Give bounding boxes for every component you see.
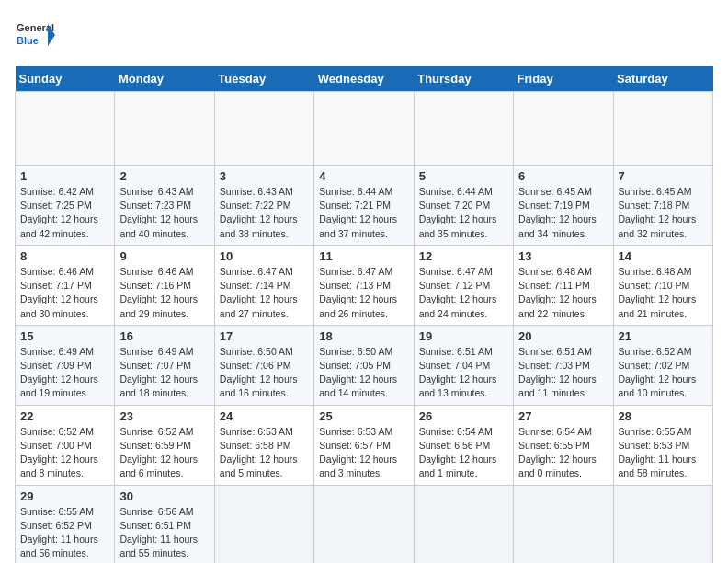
calendar-cell: 13 Sunrise: 6:48 AMSunset: 7:11 PMDaylig…: [514, 245, 613, 325]
day-number: 1: [20, 169, 109, 183]
day-number: 26: [419, 409, 508, 423]
day-number: 29: [20, 489, 109, 503]
calendar-week-row: 1 Sunrise: 6:42 AMSunset: 7:25 PMDayligh…: [16, 166, 713, 246]
day-info: Sunrise: 6:50 AMSunset: 7:05 PMDaylight:…: [319, 346, 397, 399]
calendar-cell: [115, 92, 214, 166]
day-info: Sunrise: 6:51 AMSunset: 7:04 PMDaylight:…: [419, 346, 497, 399]
day-info: Sunrise: 6:48 AMSunset: 7:10 PMDaylight:…: [619, 266, 697, 319]
day-number: 20: [518, 329, 608, 343]
calendar-cell: 28 Sunrise: 6:55 AMSunset: 6:53 PMDaylig…: [613, 405, 712, 485]
logo-icon: General Blue: [15, 15, 55, 55]
calendar-cell: 27 Sunrise: 6:54 AMSunset: 6:55 PMDaylig…: [514, 405, 613, 485]
svg-text:Blue: Blue: [17, 35, 39, 46]
day-number: 6: [518, 169, 608, 183]
day-number: 14: [619, 249, 708, 263]
day-info: Sunrise: 6:47 AMSunset: 7:13 PMDaylight:…: [319, 266, 397, 319]
calendar-cell: 5 Sunrise: 6:44 AMSunset: 7:20 PMDayligh…: [414, 166, 513, 246]
calendar-cell: 10 Sunrise: 6:47 AMSunset: 7:14 PMDaylig…: [214, 245, 313, 325]
calendar-header-row: SundayMondayTuesdayWednesdayThursdayFrid…: [16, 66, 713, 92]
day-number: 25: [319, 409, 408, 423]
calendar-cell: [314, 92, 414, 166]
calendar-cell: 9 Sunrise: 6:46 AMSunset: 7:16 PMDayligh…: [115, 245, 214, 325]
day-number: 23: [119, 409, 209, 423]
day-info: Sunrise: 6:47 AMSunset: 7:12 PMDaylight:…: [419, 266, 497, 319]
calendar-cell: [613, 92, 712, 166]
calendar-cell: [214, 92, 313, 166]
day-number: 11: [319, 249, 408, 263]
calendar-cell: [514, 92, 613, 166]
day-info: Sunrise: 6:47 AMSunset: 7:14 PMDaylight:…: [220, 266, 298, 319]
calendar-cell: 8 Sunrise: 6:46 AMSunset: 7:17 PMDayligh…: [16, 245, 115, 325]
day-info: Sunrise: 6:53 AMSunset: 6:58 PMDaylight:…: [220, 426, 298, 479]
calendar-cell: [414, 92, 513, 166]
day-number: 2: [119, 169, 209, 183]
day-info: Sunrise: 6:44 AMSunset: 7:21 PMDaylight:…: [319, 186, 397, 239]
day-number: 30: [119, 489, 209, 503]
column-header-thursday: Thursday: [414, 66, 513, 92]
calendar-week-row: 15 Sunrise: 6:49 AMSunset: 7:09 PMDaylig…: [16, 325, 713, 405]
calendar-cell: 16 Sunrise: 6:49 AMSunset: 7:07 PMDaylig…: [115, 325, 214, 405]
day-number: 13: [518, 249, 608, 263]
day-info: Sunrise: 6:52 AMSunset: 7:00 PMDaylight:…: [20, 426, 98, 479]
calendar-cell: 23 Sunrise: 6:52 AMSunset: 6:59 PMDaylig…: [115, 405, 214, 485]
calendar-table: SundayMondayTuesdayWednesdayThursdayFrid…: [15, 66, 713, 563]
day-info: Sunrise: 6:43 AMSunset: 7:22 PMDaylight:…: [220, 186, 298, 239]
calendar-cell: 7 Sunrise: 6:45 AMSunset: 7:18 PMDayligh…: [613, 166, 712, 246]
calendar-cell: 22 Sunrise: 6:52 AMSunset: 7:00 PMDaylig…: [16, 405, 115, 485]
column-header-friday: Friday: [514, 66, 613, 92]
calendar-cell: 30 Sunrise: 6:56 AMSunset: 6:51 PMDaylig…: [115, 485, 214, 563]
day-number: 22: [20, 409, 109, 423]
day-number: 7: [619, 169, 708, 183]
day-number: 9: [119, 249, 209, 263]
day-info: Sunrise: 6:46 AMSunset: 7:17 PMDaylight:…: [20, 266, 98, 319]
calendar-cell: 11 Sunrise: 6:47 AMSunset: 7:13 PMDaylig…: [314, 245, 414, 325]
calendar-cell: 3 Sunrise: 6:43 AMSunset: 7:22 PMDayligh…: [214, 166, 313, 246]
calendar-week-row: 29 Sunrise: 6:55 AMSunset: 6:52 PMDaylig…: [16, 485, 713, 563]
day-info: Sunrise: 6:45 AMSunset: 7:19 PMDaylight:…: [518, 186, 597, 239]
day-info: Sunrise: 6:43 AMSunset: 7:23 PMDaylight:…: [119, 186, 198, 239]
day-info: Sunrise: 6:51 AMSunset: 7:03 PMDaylight:…: [518, 346, 597, 399]
day-number: 27: [518, 409, 608, 423]
calendar-cell: [214, 485, 313, 563]
column-header-monday: Monday: [115, 66, 214, 92]
calendar-cell: 21 Sunrise: 6:52 AMSunset: 7:02 PMDaylig…: [613, 325, 712, 405]
day-number: 4: [319, 169, 408, 183]
calendar-cell: 24 Sunrise: 6:53 AMSunset: 6:58 PMDaylig…: [214, 405, 313, 485]
day-number: 15: [20, 329, 109, 343]
calendar-cell: 19 Sunrise: 6:51 AMSunset: 7:04 PMDaylig…: [414, 325, 513, 405]
day-number: 12: [419, 249, 508, 263]
calendar-week-row: [16, 92, 713, 166]
day-info: Sunrise: 6:48 AMSunset: 7:11 PMDaylight:…: [518, 266, 597, 319]
calendar-cell: 6 Sunrise: 6:45 AMSunset: 7:19 PMDayligh…: [514, 166, 613, 246]
day-info: Sunrise: 6:50 AMSunset: 7:06 PMDaylight:…: [220, 346, 298, 399]
day-info: Sunrise: 6:54 AMSunset: 6:56 PMDaylight:…: [419, 426, 497, 479]
calendar-cell: 29 Sunrise: 6:55 AMSunset: 6:52 PMDaylig…: [16, 485, 115, 563]
calendar-cell: [314, 485, 414, 563]
day-info: Sunrise: 6:52 AMSunset: 7:02 PMDaylight:…: [619, 346, 697, 399]
day-info: Sunrise: 6:44 AMSunset: 7:20 PMDaylight:…: [419, 186, 497, 239]
day-info: Sunrise: 6:55 AMSunset: 6:53 PMDaylight:…: [619, 426, 697, 479]
day-info: Sunrise: 6:54 AMSunset: 6:55 PMDaylight:…: [518, 426, 597, 479]
day-info: Sunrise: 6:52 AMSunset: 6:59 PMDaylight:…: [119, 426, 198, 479]
calendar-cell: [16, 92, 115, 166]
day-number: 24: [220, 409, 309, 423]
calendar-cell: 20 Sunrise: 6:51 AMSunset: 7:03 PMDaylig…: [514, 325, 613, 405]
column-header-sunday: Sunday: [16, 66, 115, 92]
day-info: Sunrise: 6:42 AMSunset: 7:25 PMDaylight:…: [20, 186, 98, 239]
calendar-cell: 1 Sunrise: 6:42 AMSunset: 7:25 PMDayligh…: [16, 166, 115, 246]
column-header-wednesday: Wednesday: [314, 66, 414, 92]
day-number: 28: [619, 409, 708, 423]
calendar-cell: 18 Sunrise: 6:50 AMSunset: 7:05 PMDaylig…: [314, 325, 414, 405]
day-info: Sunrise: 6:56 AMSunset: 6:51 PMDaylight:…: [119, 506, 198, 559]
calendar-cell: [613, 485, 712, 563]
calendar-cell: 12 Sunrise: 6:47 AMSunset: 7:12 PMDaylig…: [414, 245, 513, 325]
day-number: 18: [319, 329, 408, 343]
column-header-tuesday: Tuesday: [214, 66, 313, 92]
calendar-cell: 4 Sunrise: 6:44 AMSunset: 7:21 PMDayligh…: [314, 166, 414, 246]
day-info: Sunrise: 6:53 AMSunset: 6:57 PMDaylight:…: [319, 426, 397, 479]
calendar-cell: 26 Sunrise: 6:54 AMSunset: 6:56 PMDaylig…: [414, 405, 513, 485]
day-number: 17: [220, 329, 309, 343]
logo: General Blue: [15, 15, 55, 55]
day-number: 8: [20, 249, 109, 263]
calendar-week-row: 8 Sunrise: 6:46 AMSunset: 7:17 PMDayligh…: [16, 245, 713, 325]
